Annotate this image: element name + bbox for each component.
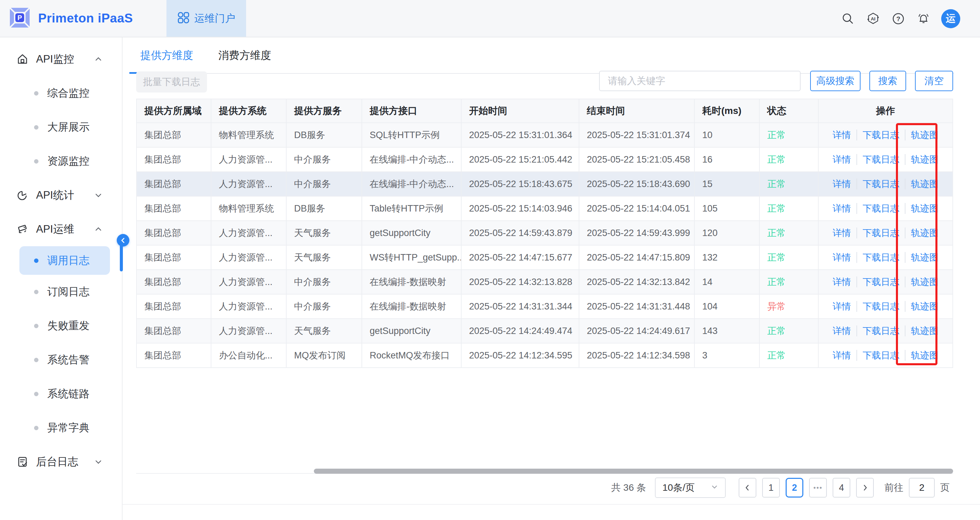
page-button-1[interactable]: 1 bbox=[762, 478, 780, 498]
sidebar-item-api-statistics[interactable]: API统计 bbox=[0, 178, 122, 212]
detail-link[interactable]: 详情 bbox=[833, 129, 851, 141]
goto-page-input[interactable] bbox=[909, 478, 935, 498]
detail-link[interactable]: 详情 bbox=[833, 276, 851, 288]
sidebar-scrollbar-thumb[interactable] bbox=[120, 245, 123, 271]
download-log-link[interactable]: 下载日志 bbox=[862, 300, 899, 312]
ai-assistant-icon[interactable]: AI bbox=[865, 11, 881, 26]
sidebar-item-overall-monitoring[interactable]: 综合监控 bbox=[0, 76, 122, 110]
detail-link[interactable]: 详情 bbox=[833, 251, 851, 263]
page-button-2[interactable]: 2 bbox=[786, 478, 803, 498]
header-actions: AI ? 运 bbox=[840, 0, 960, 37]
detail-link[interactable]: 详情 bbox=[833, 178, 851, 190]
sidebar-item-system-alert[interactable]: 系统告警 bbox=[0, 343, 122, 377]
trace-link[interactable]: 轨迹图 bbox=[911, 300, 939, 312]
trace-link[interactable]: 轨迹图 bbox=[911, 227, 939, 239]
home-icon bbox=[16, 53, 29, 65]
trace-link[interactable]: 轨迹图 bbox=[911, 276, 939, 288]
detail-link[interactable]: 详情 bbox=[833, 227, 851, 239]
sidebar-item-system-trace[interactable]: 系统链路 bbox=[0, 377, 122, 411]
sidebar-item-subscribe-log[interactable]: 订阅日志 bbox=[0, 275, 122, 309]
keyword-search-input[interactable] bbox=[599, 71, 800, 91]
tab-consumer-dimension[interactable]: 消费方维度 bbox=[218, 37, 271, 73]
advanced-search-button[interactable]: 高级搜索 bbox=[810, 71, 861, 91]
batch-download-button[interactable]: 批量下载日志 bbox=[136, 71, 207, 92]
sidebar-item-api-monitor[interactable]: API监控 bbox=[0, 42, 122, 76]
table-row: 集团总部人力资源管...中介服务在线编排-数据映射2025-05-22 14:3… bbox=[137, 270, 953, 295]
sidebar-collapse-button[interactable] bbox=[117, 234, 129, 247]
column-header: 结束时间 bbox=[579, 99, 695, 122]
table-row: 集团总部物料管理系统DB服务SQL转HTTP示例2025-05-22 15:31… bbox=[137, 123, 953, 147]
tab-provider-dimension[interactable]: 提供方维度 bbox=[129, 37, 204, 73]
detail-link[interactable]: 详情 bbox=[833, 349, 851, 361]
next-page-button[interactable] bbox=[856, 478, 874, 498]
trace-link[interactable]: 轨迹图 bbox=[911, 325, 939, 337]
download-log-link[interactable]: 下载日志 bbox=[862, 325, 899, 337]
help-icon[interactable]: ? bbox=[891, 11, 906, 26]
clear-button[interactable]: 清空 bbox=[915, 71, 953, 91]
top-header: P Primeton iPaaS 运维门户 bbox=[0, 0, 980, 37]
horizontal-scrollbar-thumb[interactable] bbox=[314, 469, 953, 474]
trace-link[interactable]: 轨迹图 bbox=[911, 129, 939, 141]
bullet-dot-icon bbox=[34, 91, 38, 95]
download-log-link[interactable]: 下载日志 bbox=[862, 349, 899, 361]
page-size-select[interactable]: 10条/页 bbox=[655, 477, 726, 498]
table-cell: 天气服务 bbox=[286, 246, 362, 270]
sidebar-item-call-log[interactable]: 调用日志 bbox=[19, 246, 110, 275]
detail-link[interactable]: 详情 bbox=[833, 325, 851, 337]
download-log-link[interactable]: 下载日志 bbox=[862, 227, 899, 239]
page-button-4[interactable]: 4 bbox=[833, 478, 850, 498]
search-icon[interactable] bbox=[840, 11, 856, 26]
sidebar-item-label: 系统告警 bbox=[47, 353, 89, 367]
detail-link[interactable]: 详情 bbox=[833, 202, 851, 215]
status-cell: 正常 bbox=[760, 123, 819, 147]
prev-page-button[interactable] bbox=[739, 478, 756, 498]
status-cell: 正常 bbox=[760, 147, 819, 171]
download-log-link[interactable]: 下载日志 bbox=[862, 251, 899, 263]
table-cell: Table转HTTP示例 bbox=[362, 197, 461, 220]
table-cell: 2025-05-22 14:32:13.828 bbox=[461, 270, 579, 294]
table-cell: 人力资源管... bbox=[212, 270, 286, 294]
trace-link[interactable]: 轨迹图 bbox=[911, 202, 939, 215]
sidebar-item-resource-monitoring[interactable]: 资源监控 bbox=[0, 144, 122, 178]
table-cell: 人力资源管... bbox=[212, 147, 286, 171]
trace-link[interactable]: 轨迹图 bbox=[911, 349, 939, 361]
table-cell: 3 bbox=[695, 344, 760, 367]
portal-tab-ops[interactable]: 运维门户 bbox=[167, 0, 246, 37]
status-badge: 正常 bbox=[767, 325, 786, 337]
svg-text:AI: AI bbox=[871, 16, 875, 21]
table-cell: 中介服务 bbox=[286, 172, 362, 196]
trace-link[interactable]: 轨迹图 bbox=[911, 178, 939, 190]
table-cell: getSupportCity bbox=[362, 221, 461, 245]
download-log-link[interactable]: 下载日志 bbox=[862, 154, 899, 166]
sidebar-item-backend-log[interactable]: 后台日志 bbox=[0, 445, 122, 479]
table-cell: 集团总部 bbox=[137, 197, 212, 220]
notification-bell-icon[interactable] bbox=[916, 11, 931, 26]
download-log-link[interactable]: 下载日志 bbox=[862, 202, 899, 215]
bullet-dot-icon bbox=[34, 426, 38, 430]
more-pages-button[interactable]: ••• bbox=[809, 478, 827, 498]
status-badge: 正常 bbox=[767, 251, 786, 263]
trace-link[interactable]: 轨迹图 bbox=[911, 154, 939, 166]
download-log-link[interactable]: 下载日志 bbox=[862, 129, 899, 141]
detail-link[interactable]: 详情 bbox=[833, 154, 851, 166]
detail-link[interactable]: 详情 bbox=[833, 300, 851, 312]
sidebar-item-big-screen[interactable]: 大屏展示 bbox=[0, 110, 122, 144]
column-header: 开始时间 bbox=[461, 99, 579, 122]
download-log-link[interactable]: 下载日志 bbox=[862, 178, 899, 190]
sidebar-item-api-ops[interactable]: API运维 bbox=[0, 212, 122, 246]
sidebar-item-exception-dict[interactable]: 异常字典 bbox=[0, 411, 122, 445]
chevron-down-icon bbox=[711, 483, 718, 492]
user-avatar[interactable]: 运 bbox=[941, 9, 960, 28]
bottom-divider bbox=[123, 504, 980, 505]
sidebar-item-fail-retry[interactable]: 失败重发 bbox=[0, 309, 122, 343]
table-row: 集团总部人力资源管...中介服务在线编排-数据映射2025-05-22 14:3… bbox=[137, 295, 953, 319]
download-log-link[interactable]: 下载日志 bbox=[862, 276, 899, 288]
actions-cell: 详情下载日志轨迹图 bbox=[819, 319, 953, 343]
app-title: Primeton iPaaS bbox=[38, 11, 133, 25]
bullet-dot-icon bbox=[34, 324, 38, 328]
sidebar-item-label: 订阅日志 bbox=[47, 285, 89, 299]
trace-link[interactable]: 轨迹图 bbox=[911, 251, 939, 263]
action-separator bbox=[905, 154, 905, 165]
search-button[interactable]: 搜索 bbox=[869, 71, 906, 91]
sidebar-nav: API监控综合监控大屏展示资源监控API统计API运维调用日志订阅日志失败重发系… bbox=[0, 37, 123, 520]
